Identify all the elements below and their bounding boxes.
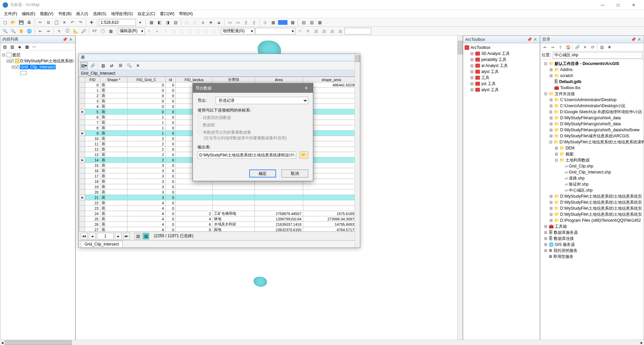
nav-all-icon[interactable]: ▤ bbox=[135, 233, 141, 239]
gr-3-icon[interactable]: ▦ bbox=[312, 27, 320, 35]
catalog-item[interactable]: 道路.shp bbox=[569, 176, 585, 181]
table-row[interactable]: 19面303 bbox=[79, 184, 360, 190]
cell[interactable]: 4 bbox=[127, 216, 165, 222]
cell[interactable] bbox=[176, 184, 213, 190]
pan-icon[interactable]: ✋ bbox=[17, 27, 25, 35]
cell[interactable]: 4 bbox=[127, 200, 165, 206]
tree-expand[interactable]: ⊞ bbox=[544, 236, 548, 241]
cell[interactable]: 面 bbox=[100, 157, 127, 163]
row-header[interactable]: ▸ bbox=[79, 157, 85, 163]
cell[interactable]: 9 bbox=[85, 131, 100, 136]
cell[interactable]: 8 bbox=[176, 227, 213, 232]
row-header[interactable] bbox=[79, 222, 85, 227]
cell[interactable]: 2 bbox=[127, 136, 165, 141]
tree-expand[interactable]: ⊞ bbox=[549, 212, 553, 217]
tree-expand[interactable]: ⊞ bbox=[544, 242, 548, 247]
cell[interactable]: 面 bbox=[100, 82, 127, 88]
cell[interactable]: 0 bbox=[165, 200, 176, 206]
cell[interactable]: 2 bbox=[127, 157, 165, 163]
cell[interactable]: 0 bbox=[165, 174, 176, 179]
nav-next-icon[interactable]: ▸ bbox=[115, 233, 122, 239]
cell[interactable]: 面 bbox=[100, 120, 127, 125]
cell[interactable]: 6 bbox=[303, 195, 360, 200]
catalog-item[interactable]: 土地利用数据 bbox=[566, 157, 590, 163]
ed-8-icon[interactable]: ⬚ bbox=[202, 27, 209, 35]
column-header[interactable]: FID bbox=[85, 77, 100, 82]
cat-fwd-icon[interactable]: ⇒ bbox=[549, 44, 556, 51]
cell[interactable]: 0 bbox=[165, 168, 176, 174]
tree-expand[interactable]: ⊟ bbox=[2, 53, 6, 57]
cell[interactable] bbox=[176, 195, 213, 200]
cell[interactable]: 0 bbox=[165, 195, 176, 200]
cell[interactable]: 7 bbox=[85, 120, 100, 125]
radio-feature-dataset[interactable]: 将数据导出到的要素数据集(仅当导出到地理数据库中的要素数据集时适用) bbox=[198, 129, 308, 141]
georef-1-icon[interactable]: ◌ bbox=[183, 19, 190, 26]
cat-refresh-icon[interactable]: ⟳ bbox=[589, 44, 596, 51]
georef-5-icon[interactable]: ⬙ bbox=[215, 19, 222, 26]
cell[interactable]: 12 bbox=[85, 147, 100, 152]
cell[interactable]: 8 bbox=[85, 125, 100, 131]
table-row[interactable]: 26面406水域及水利设21635037.141814795.669323 bbox=[79, 222, 360, 227]
cell[interactable]: 14795.669323 bbox=[303, 222, 360, 227]
georef-4-icon[interactable]: ⬘ bbox=[207, 19, 214, 26]
cell[interactable]: 面 bbox=[100, 147, 127, 152]
cell[interactable]: 20 bbox=[85, 190, 100, 195]
tree-root[interactable]: 图层 bbox=[12, 52, 20, 58]
cat-add-icon[interactable]: ✚ bbox=[606, 44, 613, 51]
copy-icon[interactable]: ⧉ bbox=[45, 19, 52, 26]
cell[interactable]: 水域及水利设 bbox=[212, 222, 255, 227]
cell[interactable]: 4764.571726 bbox=[303, 227, 360, 232]
cell[interactable]: 2758879.44507 bbox=[255, 211, 303, 216]
gr-5-icon[interactable]: ▦ bbox=[328, 27, 336, 35]
cell[interactable]: 4 bbox=[176, 216, 213, 222]
row-header[interactable] bbox=[79, 93, 85, 98]
tree-expand[interactable]: ⊞ bbox=[470, 51, 474, 56]
cell[interactable]: 2 bbox=[303, 200, 360, 206]
find-icon[interactable]: 🔎 bbox=[80, 27, 87, 35]
catalog-item[interactable]: D:\MyStudyFile\arcgis\shixi5_data bbox=[560, 122, 621, 126]
row-header[interactable] bbox=[79, 174, 85, 179]
catalog-item[interactable]: 工具箱 bbox=[555, 224, 567, 229]
catalog-item[interactable]: 我托管的服务 bbox=[553, 248, 578, 254]
toc-close-icon[interactable]: ✕ bbox=[68, 37, 73, 42]
toc-list-visible-icon[interactable]: ◈ bbox=[16, 44, 22, 50]
gr-6-icon[interactable]: ▦ bbox=[336, 27, 344, 35]
cell[interactable]: 273996.04.309753 bbox=[303, 216, 360, 222]
catalog-item[interactable]: AddIns bbox=[560, 67, 573, 72]
cell[interactable] bbox=[176, 200, 213, 206]
tool-b-icon[interactable]: ◧ bbox=[156, 19, 163, 26]
tree-expand[interactable]: ⊞ bbox=[554, 152, 558, 156]
cell[interactable]: 0 bbox=[165, 152, 176, 157]
gr-1-icon[interactable]: ⟲ bbox=[296, 27, 304, 35]
cell[interactable]: 面 bbox=[100, 104, 127, 109]
table-row[interactable]: 27面408园地23632370.61654764.571726 bbox=[79, 227, 360, 232]
cell[interactable]: 22 bbox=[85, 200, 100, 206]
cell[interactable] bbox=[255, 190, 303, 195]
cell[interactable]: 面 bbox=[100, 152, 127, 157]
cell[interactable]: 0 bbox=[165, 93, 176, 98]
symbol-swatch[interactable] bbox=[20, 71, 26, 75]
cell[interactable]: 27 bbox=[85, 227, 100, 232]
tree-expand[interactable]: ⊟ bbox=[6, 59, 10, 63]
delete-icon[interactable]: ✕ bbox=[61, 19, 68, 26]
tree-expand[interactable]: ⊞ bbox=[470, 63, 474, 68]
cell[interactable]: 园地 bbox=[212, 227, 255, 232]
catalog-item[interactable]: scratch bbox=[560, 73, 573, 78]
menu-item[interactable]: 帮助(H) bbox=[177, 10, 195, 17]
cancel-button[interactable]: 取消 bbox=[281, 169, 308, 178]
tree-expand[interactable]: ⊞ bbox=[470, 69, 474, 74]
tree-expand[interactable]: ⊟ bbox=[544, 61, 548, 66]
tree-path[interactable]: D:\MyStudyFile\土地信息系统\ bbox=[20, 58, 74, 64]
ed-7-icon[interactable]: ⬚ bbox=[194, 27, 201, 35]
row-header[interactable] bbox=[79, 120, 85, 125]
new-icon[interactable]: ▢ bbox=[1, 19, 9, 26]
row-header[interactable] bbox=[79, 115, 85, 120]
catalog-item[interactable]: Toolbox.tbx bbox=[560, 85, 581, 90]
cell[interactable] bbox=[176, 190, 213, 195]
select-4-icon[interactable]: ▯ bbox=[250, 19, 258, 26]
tree-expand[interactable]: ⊟ bbox=[549, 140, 552, 144]
row-header[interactable] bbox=[79, 211, 85, 216]
ed-5-icon[interactable]: ⬚ bbox=[178, 27, 185, 35]
paste-icon[interactable]: 📋 bbox=[53, 19, 60, 26]
georef-3-icon[interactable]: ⬗ bbox=[199, 19, 206, 26]
